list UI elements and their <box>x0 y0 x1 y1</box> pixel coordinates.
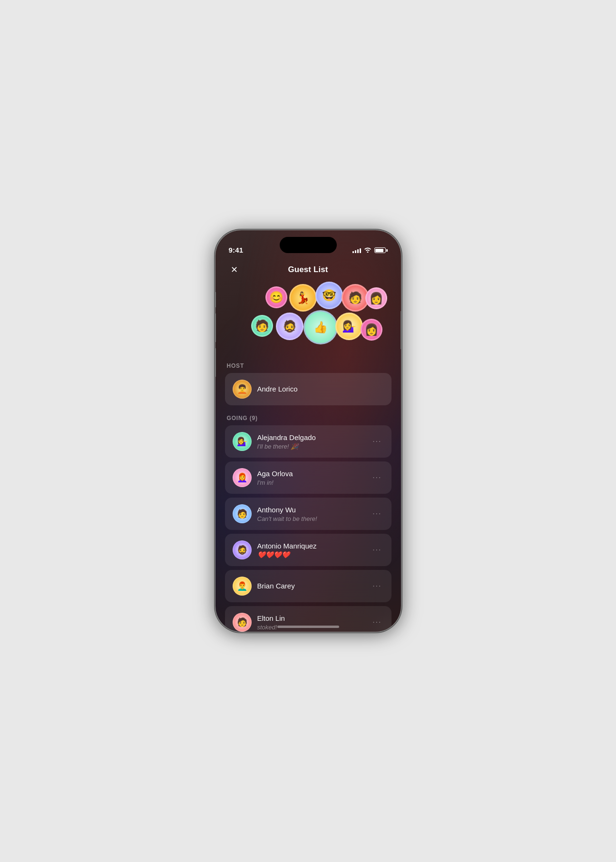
avatar: 💃 <box>289 284 317 312</box>
guest-info: Elton Lin stoked! <box>257 614 371 631</box>
guest-info: Aga Orlova I'm in! <box>257 469 371 486</box>
guest-info: Antonio Manriquez ❤️❤️❤️❤️ <box>257 541 371 559</box>
guest-info: Anthony Wu Can't wait to be there! <box>257 505 371 522</box>
guest-name: Aga Orlova <box>257 469 371 479</box>
more-options-button[interactable]: ··· <box>371 471 383 484</box>
more-options-button[interactable]: ··· <box>371 616 383 628</box>
mute-button <box>215 292 216 307</box>
avatar: 😊 <box>265 286 287 308</box>
avatar-host-highlight: 👍 <box>303 310 338 344</box>
guest-status: I'm in! <box>257 479 371 486</box>
more-options-button[interactable]: ··· <box>371 508 383 520</box>
host-avatar: 🧑‍🦱 <box>233 380 252 399</box>
going-section-label: GOING (9) <box>225 415 391 421</box>
more-options-button[interactable]: ··· <box>371 580 383 592</box>
avatar: 🧔 <box>276 313 303 340</box>
host-info: Andre Lorico <box>257 384 384 394</box>
guest-avatar: 👩‍🦰 <box>233 468 252 487</box>
avatar: 🧑 <box>251 315 273 337</box>
guest-name: Antonio Manriquez <box>257 541 371 551</box>
host-section: HOST 🧑‍🦱 Andre Lorico <box>225 362 391 405</box>
guest-status: ❤️❤️❤️❤️ <box>257 551 371 558</box>
host-section-label: HOST <box>225 362 391 369</box>
power-button <box>401 311 401 349</box>
more-options-button[interactable]: ··· <box>371 435 383 448</box>
guest-avatar: 👨‍🦰 <box>233 577 252 596</box>
content-area: HOST 🧑‍🦱 Andre Lorico GOING (9) 💁‍♀️ Ale… <box>215 362 401 632</box>
guest-avatar: 💁‍♀️ <box>233 432 252 451</box>
home-indicator <box>277 626 339 628</box>
dynamic-island <box>280 237 337 253</box>
battery-icon <box>374 247 388 253</box>
guest-info: Alejandra Delgado I'll be there! 🎉 <box>257 433 371 450</box>
guest-card: 👨‍🦰 Brian Carey ··· <box>225 570 391 602</box>
status-time: 9:41 <box>229 246 244 254</box>
guest-status: Can't wait to be there! <box>257 515 371 522</box>
guest-card: 🧔 Antonio Manriquez ❤️❤️❤️❤️ ··· <box>225 534 391 566</box>
guest-card: 🧑 Anthony Wu Can't wait to be there! ··· <box>225 498 391 530</box>
header: ✕ Guest List <box>215 258 401 282</box>
guest-name: Brian Carey <box>257 581 371 591</box>
close-button[interactable]: ✕ <box>227 262 242 277</box>
avatar: 🤓 <box>315 282 343 309</box>
avatar: 💁‍♀️ <box>335 313 363 340</box>
guest-card: 👩‍🦰 Aga Orlova I'm in! ··· <box>225 461 391 494</box>
avatar-cluster: 😊 💃 🤓 🧑 👩 🧑 🧔 👍 💁‍♀️ 👩 <box>242 282 375 358</box>
signal-icon <box>352 247 361 253</box>
guest-name: Elton Lin <box>257 614 371 623</box>
page-title: Guest List <box>288 265 328 274</box>
avatar: 👩 <box>361 319 382 341</box>
host-card: 🧑‍🦱 Andre Lorico <box>225 373 391 405</box>
going-section: GOING (9) 💁‍♀️ Alejandra Delgado I'll be… <box>225 415 391 632</box>
guest-avatar: 🧑 <box>233 613 252 632</box>
guest-status: I'll be there! 🎉 <box>257 443 371 450</box>
guest-info: Brian Carey <box>257 581 371 591</box>
guest-name: Alejandra Delgado <box>257 433 371 442</box>
phone-frame: 9:41 ✕ Guest List <box>215 230 401 632</box>
more-options-button[interactable]: ··· <box>371 544 383 556</box>
avatar: 👩 <box>365 287 387 309</box>
guest-avatar: 🧔 <box>233 540 252 559</box>
guest-card: 💁‍♀️ Alejandra Delgado I'll be there! 🎉 … <box>225 425 391 458</box>
status-icons <box>352 246 388 254</box>
host-name: Andre Lorico <box>257 384 384 394</box>
volume-up-button <box>215 313 216 342</box>
guest-name: Anthony Wu <box>257 505 371 515</box>
guest-avatar: 🧑 <box>233 504 252 523</box>
wifi-icon <box>364 246 372 254</box>
